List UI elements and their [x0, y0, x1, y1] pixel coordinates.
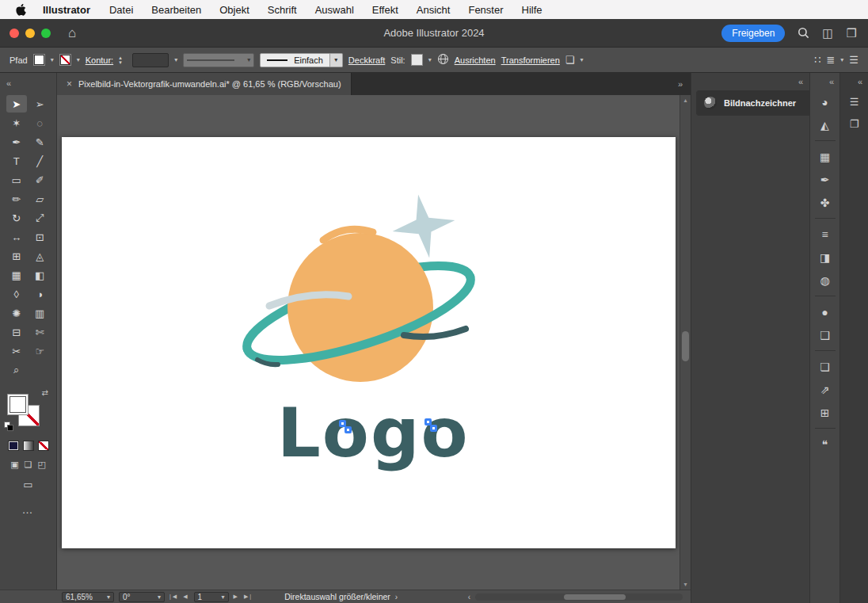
rotate-tool[interactable]: ↻	[6, 209, 27, 227]
scissors-tool[interactable]: ✂	[6, 342, 27, 360]
transparency-panel-icon[interactable]: ◍	[814, 270, 836, 290]
chevron-down-icon[interactable]: ▾	[840, 56, 843, 63]
asset-export-panel-icon[interactable]: ⇗	[814, 380, 836, 399]
artboard-tool[interactable]: ⊟	[6, 323, 27, 341]
previous-artboard-button[interactable]: ◀	[183, 593, 188, 600]
none-button[interactable]	[38, 441, 49, 451]
zoom-dropdown[interactable]: 61,65% ▾	[62, 592, 114, 602]
sliders-icon[interactable]: ☰	[844, 92, 865, 111]
scroll-down-icon[interactable]: ▾	[680, 581, 691, 588]
document-setup-globe-icon[interactable]	[437, 53, 449, 67]
transform-again-icon[interactable]: ❏	[565, 54, 575, 66]
lasso-tool[interactable]: ◌	[29, 114, 50, 132]
fill-proxy[interactable]	[7, 394, 29, 415]
eraser-tool[interactable]: ▱	[29, 190, 50, 208]
symbols-panel-icon[interactable]: ✤	[814, 193, 836, 212]
stroke-style-dropdown[interactable]: Einfach	[260, 53, 330, 67]
graphic-styles-panel-icon[interactable]: ❑	[814, 325, 836, 345]
swap-fill-stroke-icon[interactable]: ⇄	[42, 388, 48, 397]
menu-auswahl[interactable]: Auswahl	[315, 4, 354, 16]
magic-wand-tool[interactable]: ✶	[6, 114, 27, 132]
gradient-tool[interactable]: ◧	[29, 266, 50, 284]
apple-menu-icon[interactable]	[16, 3, 27, 16]
menu-objekt[interactable]: Objekt	[219, 4, 249, 16]
align-link[interactable]: Ausrichten	[455, 55, 496, 65]
stroke-panel-link[interactable]: Kontur:	[86, 55, 113, 65]
search-icon[interactable]	[798, 27, 809, 39]
share-button[interactable]: Freigeben	[721, 25, 785, 42]
free-transform-tool[interactable]: ⊡	[29, 228, 50, 246]
blend-tool[interactable]: ◑	[29, 285, 50, 303]
paintbrush-tool[interactable]: ✐	[29, 171, 50, 189]
draw-normal-icon[interactable]: ▣	[10, 460, 18, 470]
swatches-panel-icon[interactable]: ▦	[814, 147, 836, 166]
gradient-panel-icon[interactable]: ◨	[814, 247, 836, 267]
draw-behind-icon[interactable]: ❏	[25, 460, 32, 470]
artboards-panel-icon[interactable]: ⊞	[814, 403, 836, 422]
width-profile-dropdown[interactable]: ▾	[183, 53, 254, 67]
panel-icon[interactable]: ❐	[844, 114, 865, 133]
collapse-panels-icon[interactable]: «	[798, 77, 803, 86]
layers-panel-icon[interactable]: ❏	[814, 357, 836, 376]
draw-inside-icon[interactable]: ◰	[37, 460, 45, 470]
horizontal-scrollbar[interactable]	[475, 593, 683, 601]
menu-fenster[interactable]: Fenster	[468, 4, 503, 16]
status-message-arrow-icon[interactable]: ›	[395, 593, 398, 601]
opacity-link[interactable]: Deckkraft	[348, 55, 385, 65]
shape-builder-tool[interactable]: ⊞	[6, 247, 27, 265]
menu-datei[interactable]: Datei	[109, 4, 133, 16]
pencil-tool[interactable]: ✏	[6, 190, 27, 208]
transform-link[interactable]: Transformieren	[501, 55, 560, 65]
stroke-color-swatch[interactable]	[59, 54, 71, 66]
fill-color-swatch[interactable]	[33, 54, 45, 66]
tab-overflow-icon[interactable]: »	[678, 73, 691, 95]
pathfinder-panel-icon[interactable]: ◭	[814, 115, 836, 135]
selection-tool[interactable]: ➤	[6, 95, 27, 113]
menu-hilfe[interactable]: Hilfe	[522, 4, 542, 16]
stroke-panel-icon[interactable]: ≡	[814, 224, 836, 244]
menu-illustrator[interactable]: Illustrator	[43, 4, 90, 16]
brushes-panel-icon[interactable]: ✒	[814, 170, 836, 189]
default-fill-stroke-icon[interactable]	[4, 422, 13, 431]
gradient-button[interactable]	[23, 441, 34, 451]
document-tab[interactable]: × Pixelbild-in-Vektorgrafik-umwandeln.ai…	[57, 73, 352, 95]
direct-selection-tool[interactable]: ➢	[29, 95, 50, 113]
color-button[interactable]	[8, 441, 19, 451]
symbol-sprayer-tool[interactable]: ✺	[6, 304, 27, 322]
workspace-switcher-icon[interactable]: ◫	[822, 26, 833, 40]
close-window-button[interactable]	[10, 29, 19, 38]
align-options-grid-icon[interactable]: ∷	[814, 54, 820, 66]
rectangle-tool[interactable]: ▭	[6, 171, 27, 189]
last-artboard-button[interactable]: ▶|	[244, 593, 253, 600]
edit-toolbar-icon[interactable]: …	[0, 503, 56, 516]
scroll-left-icon[interactable]: ‹	[468, 593, 470, 601]
stroke-style-dropdown-button[interactable]: ▾	[330, 53, 343, 67]
collapse-edge-icon[interactable]: «	[858, 77, 862, 86]
slice-tool[interactable]: ✄	[29, 323, 50, 341]
logo-text[interactable]: Logo	[277, 393, 470, 472]
curvature-tool[interactable]: ✎	[29, 133, 50, 151]
horizontal-scrollbar-thumb[interactable]	[564, 594, 626, 600]
menu-bearbeiten[interactable]: Bearbeiten	[151, 4, 201, 16]
zoom-tool[interactable]: ⌕	[6, 361, 27, 379]
column-graph-tool[interactable]: ▥	[29, 304, 50, 322]
comments-panel-icon[interactable]: ❝	[814, 434, 836, 454]
scale-tool[interactable]: ⤢	[29, 209, 50, 227]
pen-tool[interactable]: ✒	[6, 133, 27, 151]
next-artboard-button[interactable]: ▶	[234, 593, 239, 600]
stroke-width-stepper[interactable]: ▴ ▾	[119, 55, 127, 65]
panel-layout-icon[interactable]: ❒	[847, 26, 857, 40]
line-segment-tool[interactable]: ╱	[29, 152, 50, 170]
vertical-scrollbar-thumb[interactable]	[682, 331, 689, 361]
image-trace-panel-tab[interactable]: Bildnachzeichner	[696, 90, 809, 116]
type-tool[interactable]: T	[6, 152, 27, 170]
perspective-grid-tool[interactable]: ◬	[29, 247, 50, 265]
screen-mode-icon[interactable]: ▭	[0, 479, 56, 490]
image-trace-panel-icon[interactable]: ◕	[814, 92, 836, 112]
eyedropper-tool[interactable]: ◊	[6, 285, 27, 303]
minimize-window-button[interactable]	[25, 29, 35, 38]
canvas[interactable]: Logo ▴ ▾	[57, 95, 691, 590]
width-tool[interactable]: ↔	[6, 228, 27, 246]
chevron-down-icon[interactable]: ▾	[581, 56, 584, 63]
mesh-tool[interactable]: ▦	[6, 266, 27, 284]
